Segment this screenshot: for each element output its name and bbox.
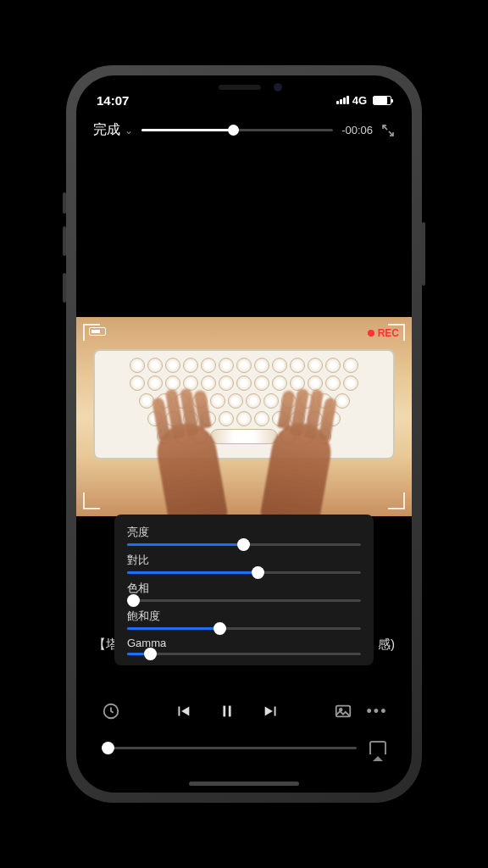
expand-icon[interactable] bbox=[381, 124, 395, 137]
video-frame: REC bbox=[76, 317, 412, 516]
title-suffix: 感) bbox=[378, 637, 395, 653]
slider-thumb[interactable] bbox=[252, 566, 264, 579]
contrast-label: 對比 bbox=[127, 553, 361, 568]
slider-thumb[interactable] bbox=[144, 648, 157, 660]
keyboard-visual bbox=[93, 349, 395, 459]
slider-thumb[interactable] bbox=[237, 538, 250, 551]
gamma-label: Gamma bbox=[127, 637, 361, 649]
home-indicator[interactable] bbox=[189, 782, 299, 786]
video-player[interactable]: REC bbox=[76, 317, 412, 516]
contrast-slider-row: 對比 bbox=[127, 553, 361, 574]
adjustment-panel: 亮度 對比 色相 飽和度 bbox=[114, 515, 374, 665]
brightness-slider[interactable] bbox=[127, 543, 361, 546]
volume-thumb[interactable] bbox=[102, 742, 114, 754]
contrast-slider[interactable] bbox=[127, 571, 361, 574]
picture-icon[interactable] bbox=[334, 702, 352, 721]
history-icon[interactable] bbox=[102, 702, 120, 721]
rec-indicator: REC bbox=[368, 327, 399, 339]
screen: 14:07 4G 完成 ⌄ -00:06 bbox=[76, 75, 412, 793]
overlay-battery-icon bbox=[89, 327, 106, 336]
next-track-icon[interactable] bbox=[262, 702, 280, 721]
battery-icon bbox=[373, 96, 391, 105]
volume-slider-row bbox=[102, 741, 386, 754]
phone-side-buttons-left bbox=[63, 192, 66, 320]
time-remaining: -00:06 bbox=[341, 124, 373, 136]
slider-thumb[interactable] bbox=[127, 594, 140, 607]
more-icon[interactable]: ••• bbox=[368, 702, 386, 721]
chevron-down-icon: ⌄ bbox=[125, 125, 133, 136]
gamma-slider-row: Gamma bbox=[127, 637, 361, 655]
notch bbox=[168, 75, 320, 99]
saturation-slider[interactable] bbox=[127, 627, 361, 630]
airplay-icon[interactable] bbox=[369, 741, 386, 754]
playback-controls: ••• bbox=[76, 702, 412, 721]
brightness-slider-row: 亮度 bbox=[127, 525, 361, 546]
gamma-slider[interactable] bbox=[127, 653, 361, 655]
hue-label: 色相 bbox=[127, 581, 361, 596]
top-controls: 完成 ⌄ -00:06 bbox=[76, 113, 412, 147]
phone-frame: 14:07 4G 完成 ⌄ -00:06 bbox=[66, 65, 422, 803]
slider-thumb[interactable] bbox=[214, 622, 226, 635]
hue-slider[interactable] bbox=[127, 599, 361, 602]
phone-side-buttons-right bbox=[422, 222, 425, 286]
pause-icon[interactable] bbox=[218, 702, 236, 721]
done-button[interactable]: 完成 ⌄ bbox=[93, 121, 133, 139]
network-label: 4G bbox=[352, 94, 367, 107]
playback-progress-bar[interactable] bbox=[141, 129, 333, 131]
hue-slider-row: 色相 bbox=[127, 581, 361, 602]
previous-track-icon[interactable] bbox=[174, 702, 192, 721]
saturation-label: 飽和度 bbox=[127, 609, 361, 624]
progress-thumb[interactable] bbox=[228, 125, 239, 136]
svg-rect-1 bbox=[223, 706, 225, 717]
rec-dot-icon bbox=[368, 330, 374, 337]
svg-rect-2 bbox=[229, 706, 231, 717]
status-right: 4G bbox=[336, 94, 391, 107]
volume-slider[interactable] bbox=[102, 747, 357, 749]
saturation-slider-row: 飽和度 bbox=[127, 609, 361, 630]
signal-icon bbox=[336, 96, 349, 104]
status-time: 14:07 bbox=[97, 93, 129, 108]
